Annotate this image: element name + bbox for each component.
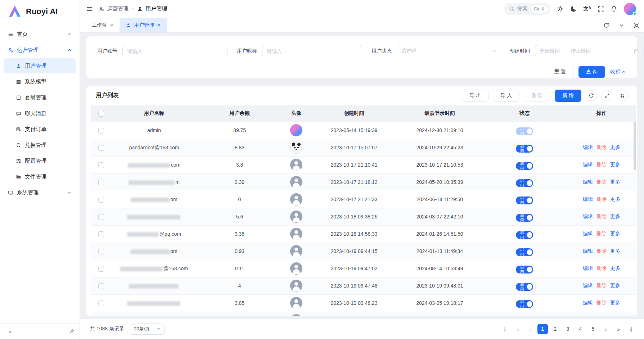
sidebar-item[interactable]: 文件管理 (4, 169, 76, 184)
pin-icon[interactable] (69, 329, 75, 334)
import-button[interactable]: 导 入 (493, 90, 519, 102)
delete-button[interactable]: 删 除 (524, 90, 550, 102)
sidebar-item[interactable]: 运营管理 (4, 42, 76, 58)
delete-link[interactable]: 删除 (596, 248, 607, 254)
page-button[interactable]: 2 (550, 324, 560, 334)
table-scrollbar[interactable] (634, 122, 636, 170)
add-button[interactable]: 新 增 (555, 90, 581, 102)
more-link[interactable]: 更多 (610, 248, 620, 254)
edit-link[interactable]: 编辑 (583, 300, 593, 306)
more-link[interactable]: 更多 (610, 144, 620, 151)
reset-button[interactable]: 重 置 (547, 66, 573, 78)
menu-toggle-icon[interactable] (86, 6, 93, 12)
status-toggle[interactable]: 启用 (516, 162, 533, 170)
page-button[interactable]: 3 (563, 324, 573, 334)
edit-link[interactable]: 编辑 (583, 248, 593, 254)
close-icon[interactable]: ✕ (157, 23, 161, 28)
prev-page-button[interactable]: ‹ (525, 324, 535, 334)
edit-link[interactable]: 编辑 (583, 179, 593, 185)
page-button[interactable]: 1 (537, 324, 548, 334)
next-group-button[interactable]: » (613, 324, 623, 334)
status-toggle[interactable]: 启用 (516, 266, 533, 274)
edit-link[interactable]: 编辑 (583, 162, 593, 168)
row-checkbox[interactable] (98, 197, 104, 203)
status-toggle[interactable]: 启用 (516, 248, 533, 256)
language-translate-icon[interactable]: 文A (584, 6, 591, 12)
page-size-select[interactable]: 20条/页 (130, 324, 165, 335)
row-checkbox[interactable] (98, 249, 104, 254)
column-settings-icon[interactable] (617, 90, 628, 101)
export-button[interactable]: 导 出 (462, 90, 488, 102)
more-link[interactable]: 更多 (610, 300, 620, 306)
close-icon[interactable]: ✕ (110, 23, 114, 28)
edit-link[interactable]: 编辑 (583, 282, 593, 289)
logo[interactable]: Ruoyi AI (0, 0, 80, 23)
sidebar-item[interactable]: 支付订单 (4, 122, 76, 137)
row-checkbox[interactable] (98, 300, 104, 306)
sidebar-item[interactable]: 系统管理 (4, 185, 76, 200)
breadcrumb-item[interactable]: 运营管理 (107, 5, 129, 12)
status-toggle[interactable]: 启用 (516, 179, 533, 187)
delete-link[interactable]: 删除 (596, 213, 607, 220)
chevron-down-icon[interactable] (614, 18, 629, 32)
more-link[interactable]: 更多 (610, 196, 620, 203)
status-toggle[interactable]: 启用 (516, 283, 533, 291)
delete-link[interactable]: 删除 (596, 282, 607, 289)
sidebar-item[interactable]: 聊天消息 (4, 106, 76, 121)
sidebar-item[interactable]: 兑换管理 (4, 137, 76, 153)
expand-icon[interactable] (601, 90, 612, 101)
settings-icon[interactable] (557, 5, 564, 12)
page-button[interactable]: 5 (588, 324, 598, 334)
status-select[interactable]: 请选择 (397, 45, 500, 57)
sidebar-collapse-button[interactable]: « (5, 327, 14, 336)
select-all-checkbox[interactable] (98, 111, 104, 117)
delete-link[interactable]: 删除 (596, 196, 607, 203)
more-link[interactable]: 更多 (610, 265, 620, 272)
refresh-icon[interactable] (599, 18, 614, 32)
more-link[interactable]: 更多 (610, 231, 620, 237)
prev-group-button[interactable]: « (512, 324, 523, 334)
row-checkbox[interactable] (98, 214, 104, 220)
delete-link[interactable]: 删除 (596, 265, 607, 272)
row-checkbox[interactable] (98, 266, 104, 272)
sidebar-item[interactable]: 系统模型 (4, 74, 76, 89)
status-toggle[interactable]: 启用 (516, 145, 533, 153)
delete-link[interactable]: 删除 (596, 144, 607, 151)
row-checkbox[interactable] (98, 145, 104, 151)
delete-link[interactable]: 删除 (596, 231, 607, 237)
status-toggle[interactable]: 启用 (516, 214, 533, 222)
edit-link[interactable]: 编辑 (583, 231, 593, 237)
delete-link[interactable]: 删除 (596, 179, 607, 185)
sidebar-item[interactable]: 首页 (4, 27, 76, 42)
edit-link[interactable]: 编辑 (583, 144, 593, 151)
user-avatar[interactable] (624, 3, 636, 15)
query-button[interactable]: 查 询 (578, 66, 605, 78)
global-search[interactable]: 搜索 Ctrl K (504, 3, 550, 15)
delete-link[interactable]: 删除 (596, 300, 607, 306)
row-checkbox[interactable] (98, 162, 104, 168)
status-toggle[interactable]: 启用 (516, 127, 533, 135)
nickname-input[interactable] (262, 45, 362, 57)
page-button[interactable]: 4 (575, 324, 586, 334)
more-link[interactable]: 更多 (610, 282, 620, 289)
more-link[interactable]: 更多 (610, 179, 620, 185)
edit-link[interactable]: 编辑 (583, 213, 593, 220)
fullscreen-exit-icon[interactable] (629, 18, 644, 32)
first-page-button[interactable]: |‹ (500, 324, 510, 334)
account-input[interactable] (122, 45, 228, 57)
more-link[interactable]: 更多 (610, 213, 620, 220)
date-range-picker[interactable]: 开始日期 → 结束日期 (535, 45, 643, 57)
row-checkbox[interactable] (98, 180, 104, 185)
tab-user-management[interactable]: 用户管理 ✕ (120, 18, 167, 32)
dark-mode-moon-icon[interactable] (570, 5, 577, 12)
sidebar-item[interactable]: 用户管理 (4, 58, 76, 73)
bell-icon[interactable] (611, 5, 617, 12)
delete-link[interactable]: 删除 (596, 162, 607, 168)
edit-link[interactable]: 编辑 (583, 196, 593, 203)
tab-workbench[interactable]: 工作台 ✕ (86, 18, 120, 32)
sidebar-item[interactable]: 配置管理 (4, 153, 76, 168)
more-link[interactable]: 更多 (610, 162, 620, 168)
status-toggle[interactable]: 启用 (516, 231, 533, 239)
status-toggle[interactable]: 启用 (516, 196, 533, 204)
row-checkbox[interactable] (98, 283, 104, 289)
